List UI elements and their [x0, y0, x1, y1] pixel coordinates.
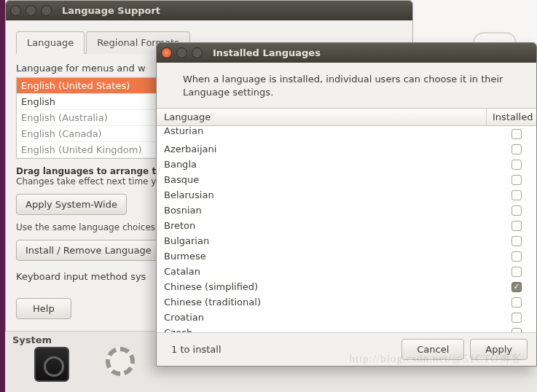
checkbox[interactable]: [511, 160, 522, 170]
language-name: Catalan: [164, 266, 511, 277]
lang-order-item[interactable]: English (Canada): [17, 126, 168, 142]
language-name: Bangla: [164, 159, 511, 170]
language-name: Basque: [164, 174, 511, 185]
backup-icon[interactable]: [34, 347, 69, 382]
language-list[interactable]: AsturianAzerbaijaniBanglaBasqueBelarusia…: [157, 126, 536, 332]
gear-icon[interactable]: [106, 347, 141, 382]
checkbox[interactable]: ✓: [511, 282, 522, 292]
language-name: Bosnian: [164, 205, 511, 216]
dialog-titlebar[interactable]: Installed Languages: [157, 43, 536, 63]
checkbox[interactable]: [511, 236, 522, 246]
maximize-icon[interactable]: [41, 5, 52, 16]
table-row[interactable]: Basque: [157, 172, 536, 187]
table-row[interactable]: Burmese: [157, 248, 536, 264]
table-header: Language Installed: [157, 108, 536, 126]
dialog-title: Installed Languages: [213, 47, 321, 58]
checkbox[interactable]: [511, 175, 522, 185]
back-window-title: Language Support: [62, 5, 160, 16]
table-row[interactable]: Croatian: [157, 310, 536, 325]
close-icon[interactable]: [161, 47, 172, 58]
help-button[interactable]: Help: [16, 298, 71, 319]
checkbox[interactable]: [511, 251, 522, 262]
language-name: Asturian: [164, 126, 511, 136]
table-row[interactable]: Bulgarian: [157, 233, 536, 248]
language-order-list[interactable]: English (United States) English English …: [16, 77, 169, 159]
language-name: Azerbaijani: [164, 144, 511, 154]
watermark: http://blog.csdn.net/@51CTO博客: [349, 352, 522, 366]
col-language[interactable]: Language: [157, 109, 487, 125]
install-remove-button[interactable]: Install / Remove Language: [16, 240, 161, 261]
maximize-icon[interactable]: [192, 47, 203, 58]
checkbox[interactable]: [511, 297, 522, 307]
dialog-description: When a language is installed, individual…: [157, 63, 536, 108]
checkbox[interactable]: [511, 267, 522, 277]
language-name: Burmese: [164, 251, 511, 262]
checkbox[interactable]: [511, 221, 522, 231]
checkbox[interactable]: [511, 190, 522, 200]
lang-order-item[interactable]: English (United States): [17, 78, 168, 94]
checkbox[interactable]: [511, 144, 522, 154]
installed-languages-dialog: Installed Languages When a language is i…: [156, 42, 537, 366]
table-row[interactable]: Chinese (traditional): [157, 294, 536, 310]
col-installed[interactable]: Installed: [487, 109, 536, 125]
apply-system-wide-button[interactable]: Apply System-Wide: [16, 194, 127, 215]
table-row[interactable]: Breton: [157, 218, 536, 233]
minimize-icon[interactable]: [26, 5, 36, 16]
table-row[interactable]: Catalan: [157, 264, 536, 279]
checkbox[interactable]: [511, 313, 522, 323]
language-name: Czech: [164, 327, 511, 332]
language-name: Breton: [164, 220, 511, 231]
table-row[interactable]: Azerbaijani: [157, 141, 536, 157]
language-name: Chinese (traditional): [164, 297, 511, 307]
checkbox[interactable]: [511, 205, 522, 216]
table-row[interactable]: Czech: [157, 325, 536, 332]
table-row[interactable]: Bangla: [157, 157, 536, 172]
language-name: Chinese (simplified): [164, 281, 511, 292]
tab-language[interactable]: Language: [16, 31, 85, 54]
table-row[interactable]: Bosnian: [157, 203, 536, 218]
language-name: Belarusian: [164, 189, 511, 200]
language-name: Croatian: [164, 312, 511, 323]
back-titlebar[interactable]: Language Support: [6, 1, 412, 20]
lang-order-item[interactable]: English: [17, 94, 168, 110]
close-icon[interactable]: [10, 5, 21, 16]
minimize-icon[interactable]: [176, 47, 187, 58]
table-row[interactable]: Asturian: [157, 126, 536, 141]
unity-launcher-strip: [0, 0, 5, 392]
lang-order-item[interactable]: English (Australia): [17, 110, 168, 126]
checkbox[interactable]: [511, 129, 522, 139]
table-row[interactable]: Belarusian: [157, 187, 536, 203]
lang-order-item[interactable]: English (United Kingdom): [17, 142, 168, 158]
language-name: Bulgarian: [164, 235, 511, 246]
table-row[interactable]: Chinese (simplified)✓: [157, 279, 536, 294]
